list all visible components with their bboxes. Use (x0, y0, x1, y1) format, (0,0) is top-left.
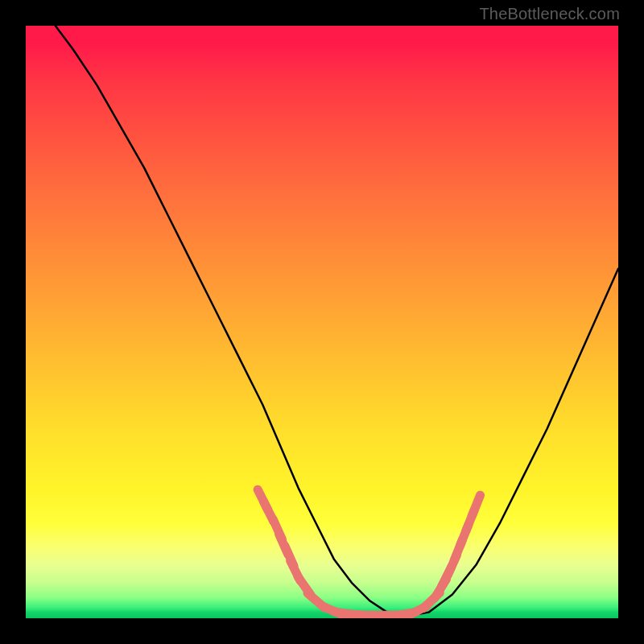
highlight-markers (258, 489, 480, 616)
watermark-text: TheBottleneck.com (479, 5, 620, 23)
chart-svg (26, 26, 618, 618)
chart-stage: TheBottleneck.com (0, 0, 644, 644)
highlight-marker (472, 495, 480, 516)
plot-area (26, 26, 618, 618)
bottleneck-curve (56, 26, 618, 615)
